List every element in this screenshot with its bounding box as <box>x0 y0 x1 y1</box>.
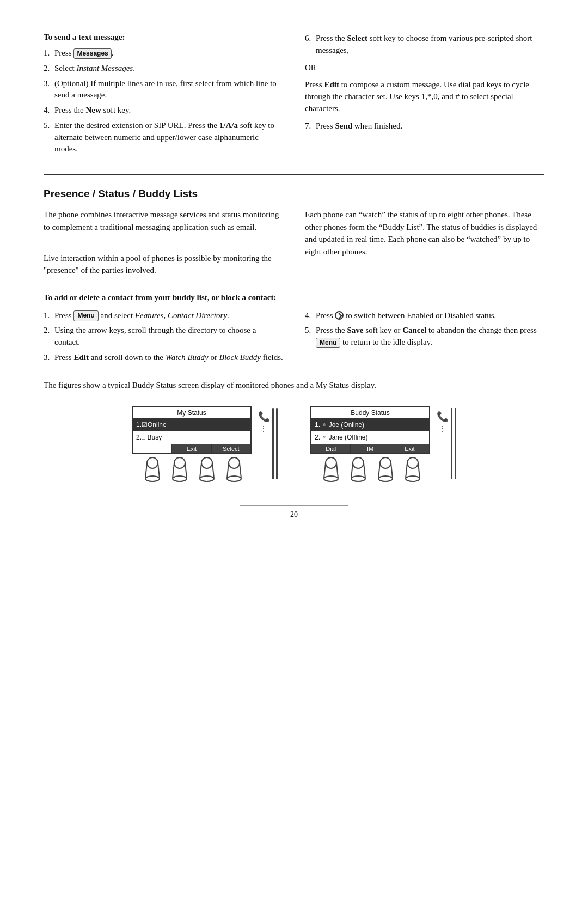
svg-line-18 <box>336 463 338 478</box>
softkey-exit-2: Exit <box>390 444 429 453</box>
presence-left: The phone combines interactive message s… <box>44 209 283 283</box>
my-status-screen: My Status 1.☑Online 2.□ Busy Exit Select <box>132 406 252 454</box>
menu-key-2: Menu <box>316 338 340 348</box>
messages-key: Messages <box>74 48 111 59</box>
side-buttons-2 <box>451 406 456 479</box>
stand-svg-1 <box>132 456 257 484</box>
figures-text: The figures show a typical Buddy Status … <box>44 379 544 392</box>
svg-point-15 <box>227 476 241 481</box>
step-6: 6. Press the Select soft key to choose f… <box>305 33 544 57</box>
left-column: To send a text message: 1. Press Message… <box>44 33 283 158</box>
softkey-select: Select <box>212 444 250 453</box>
buddy-step-1: 1. Press Menu and select Features, Conta… <box>44 310 283 322</box>
intro-left-p2: Live interaction within a pool of phones… <box>44 252 283 277</box>
buddy-status-softkeys: Dial IM Exit <box>311 444 429 453</box>
buddy-status-item2: 2. ♀ Jane (Offline) <box>311 431 429 444</box>
svg-point-31 <box>406 476 420 481</box>
svg-point-0 <box>147 457 158 468</box>
step-2: 2. Select Instant Messages. <box>44 63 283 75</box>
stand-svg-2 <box>310 456 436 484</box>
nav-circle-icon <box>335 311 344 320</box>
my-status-screen-area: My Status 1.☑Online 2.□ Busy Exit Select <box>132 406 257 484</box>
svg-line-29 <box>406 463 407 478</box>
right-steps: 6. Press the Select soft key to choose f… <box>305 33 544 132</box>
svg-point-12 <box>229 457 240 468</box>
svg-point-20 <box>353 457 364 468</box>
step-1: 1. Press Messages. <box>44 47 283 59</box>
svg-line-17 <box>324 463 326 478</box>
buddy-step-5: 5. Press the Save soft key or Cancel to … <box>305 325 544 349</box>
figure-buddy-status: Buddy Status 1. ♀ Joe (Online) 2. ♀ Jane… <box>310 406 456 484</box>
svg-line-6 <box>185 463 187 478</box>
top-section: To send a text message: 1. Press Message… <box>44 33 544 158</box>
svg-line-5 <box>173 463 174 478</box>
intro-left-p1: The phone combines interactive message s… <box>44 209 283 233</box>
intro-right-p1: Each phone can “watch” the status of up … <box>305 209 544 258</box>
phone-icon-2: 📞 <box>437 411 449 423</box>
dots-icon-1: ⋮ <box>260 425 268 433</box>
svg-point-4 <box>174 457 185 468</box>
step-5: 5. Enter the desired extension or SIP UR… <box>44 120 283 155</box>
svg-point-3 <box>145 476 160 481</box>
buddy-status-screen: Buddy Status 1. ♀ Joe (Online) 2. ♀ Jane… <box>310 406 430 454</box>
line-right-1 <box>276 408 278 479</box>
figure-my-status: My Status 1.☑Online 2.□ Busy Exit Select <box>132 406 278 484</box>
step-edit: Press Edit to compose a custom message. … <box>305 79 544 114</box>
presence-intro: The phone combines interactive message s… <box>44 209 544 283</box>
svg-line-2 <box>158 463 160 478</box>
right-column: 6. Press the Select soft key to choose f… <box>305 33 544 158</box>
buddy-step-2: 2. Using the arrow keys, scroll through … <box>44 325 283 349</box>
left-steps: 1. Press Messages. 2. Select Instant Mes… <box>44 47 283 155</box>
buddy-status-stand <box>310 456 436 484</box>
buddy-status-screen-area: Buddy Status 1. ♀ Joe (Online) 2. ♀ Jane… <box>310 406 436 484</box>
my-status-softkeys: Exit Select <box>133 444 250 453</box>
buddy-steps-right: 4. Press to switch between Enabled or Di… <box>305 310 544 367</box>
line-left-2 <box>451 408 452 479</box>
svg-point-19 <box>324 476 338 481</box>
buddy-status-title: Buddy Status <box>311 407 429 419</box>
my-status-item1: 1.☑Online <box>133 419 250 431</box>
step-3: 3. (Optional) If multiple lines are in u… <box>44 78 283 102</box>
buddy-heading: To add or delete a contact from your bud… <box>44 293 544 302</box>
my-status-side: 📞 ⋮ <box>258 406 270 433</box>
my-status-title: My Status <box>133 407 250 419</box>
svg-line-1 <box>145 463 147 478</box>
svg-line-14 <box>240 463 241 478</box>
buddy-step-4: 4. Press to switch between Enabled or Di… <box>305 310 544 322</box>
svg-line-26 <box>391 463 393 478</box>
my-status-stand <box>132 456 257 484</box>
softkey-empty <box>133 444 172 453</box>
svg-point-27 <box>378 476 393 481</box>
presence-right: Each phone can “watch” the status of up … <box>305 209 544 283</box>
phone-stand-2 <box>310 456 436 484</box>
step-7: 7. Press Send when finished. <box>305 120 544 132</box>
section-heading: Presence / Status / Buddy Lists <box>44 188 544 200</box>
svg-line-13 <box>227 463 229 478</box>
phone-stand-1 <box>132 456 257 484</box>
side-buttons-1 <box>272 406 278 479</box>
phone-icon-1: 📞 <box>258 411 270 423</box>
svg-point-11 <box>200 476 214 481</box>
buddy-left-list: 1. Press Menu and select Features, Conta… <box>44 310 283 364</box>
svg-point-28 <box>407 457 418 468</box>
svg-point-23 <box>351 476 365 481</box>
section-divider <box>44 174 544 175</box>
dots-icon-2: ⋮ <box>439 425 446 433</box>
buddy-right-list: 4. Press to switch between Enabled or Di… <box>305 310 544 349</box>
svg-point-24 <box>380 457 391 468</box>
buddy-steps: 1. Press Menu and select Features, Conta… <box>44 310 544 367</box>
buddy-status-item1: 1. ♀ Joe (Online) <box>311 419 429 431</box>
step-4: 4. Press the New soft key. <box>44 105 283 117</box>
send-text-heading: To send a text message: <box>44 33 283 42</box>
figures-row: My Status 1.☑Online 2.□ Busy Exit Select <box>44 406 544 484</box>
svg-line-25 <box>378 463 380 478</box>
svg-line-10 <box>212 463 214 478</box>
page-footer: 20 <box>240 505 348 519</box>
double-lines-1 <box>272 408 278 479</box>
svg-point-7 <box>173 476 187 481</box>
buddy-step-3: 3. Press Edit and scroll down to the Wat… <box>44 352 283 364</box>
my-status-item2: 2.□ Busy <box>133 431 250 444</box>
buddy-status-side: 📞 ⋮ <box>437 406 449 433</box>
line-left-1 <box>272 408 274 479</box>
buddy-steps-left: 1. Press Menu and select Features, Conta… <box>44 310 283 367</box>
